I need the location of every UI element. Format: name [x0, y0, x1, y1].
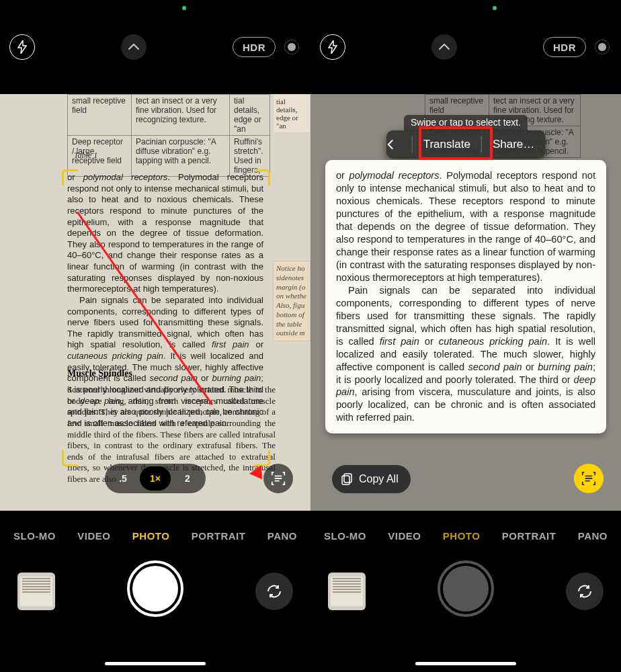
mode-slomo[interactable]: SLO-MO	[13, 530, 56, 542]
flash-button[interactable]	[9, 34, 35, 60]
mode-pano[interactable]: PANO	[267, 530, 297, 542]
live-text-button-active[interactable]	[574, 464, 604, 493]
mode-portrait[interactable]: PORTRAIT	[192, 530, 246, 542]
gallery-thumbnail[interactable]	[328, 573, 366, 610]
scan-corner-bl	[62, 450, 78, 466]
camera-privacy-dot	[493, 6, 497, 10]
mode-video[interactable]: VIDEO	[388, 530, 421, 542]
svg-rect-0	[344, 474, 351, 482]
table-caption: Table 1	[74, 151, 97, 161]
scanned-page[interactable]: small receptive fieldtect an insect or a…	[0, 94, 310, 511]
mode-video[interactable]: VIDEO	[77, 530, 110, 542]
scan-corner-br	[254, 450, 270, 466]
flip-camera-button[interactable]	[255, 573, 293, 610]
svg-rect-1	[342, 476, 349, 485]
chevron-up-button[interactable]	[431, 34, 457, 60]
section-heading: Muscle Spindles	[67, 368, 132, 379]
gallery-thumbnail[interactable]	[17, 573, 55, 610]
phone-left: HDR small receptive fieldtect an insect …	[0, 0, 310, 672]
copy-all-button[interactable]: Copy All	[332, 465, 411, 493]
hdr-button[interactable]: HDR	[543, 37, 586, 57]
flip-camera-icon	[576, 583, 593, 600]
home-indicator[interactable]	[105, 662, 206, 665]
flip-camera-icon	[265, 583, 283, 600]
chevron-left-icon	[386, 139, 395, 150]
shutter-button[interactable]	[127, 560, 183, 617]
flash-icon	[327, 40, 338, 54]
action-prev[interactable]	[386, 139, 412, 150]
viewfinder: small receptive fieldtect an insect or a…	[310, 94, 621, 511]
filters-off-icon[interactable]	[282, 38, 301, 56]
zoom-control[interactable]: .5 1× 2	[105, 464, 206, 493]
mode-photo-selected[interactable]: PHOTO	[132, 530, 170, 542]
bottom-controls	[0, 551, 310, 632]
bottom-controls	[310, 551, 621, 632]
live-text-icon	[581, 471, 596, 486]
filters-off-icon[interactable]	[593, 38, 612, 56]
phone-right: HDR small receptive fieldtect an insect …	[310, 0, 621, 672]
zoom-1x-selected[interactable]: 1×	[140, 466, 171, 491]
mode-slomo[interactable]: SLO-MO	[324, 530, 366, 542]
page-table: small receptive fieldtect an insect or a…	[67, 94, 270, 177]
live-text-button[interactable]	[263, 464, 293, 493]
camera-modes[interactable]: SLO-MO VIDEO PHOTO PORTRAIT PANO	[310, 524, 621, 547]
camera-topbar: HDR	[310, 34, 621, 60]
chevron-up-button[interactable]	[121, 34, 147, 60]
mode-portrait[interactable]: PORTRAIT	[502, 530, 556, 542]
shutter-button-disabled	[438, 560, 494, 617]
flash-icon	[17, 40, 28, 54]
mode-pano[interactable]: PANO	[578, 530, 608, 542]
chevron-up-icon	[439, 44, 450, 50]
viewfinder: small receptive fieldtect an insect or a…	[0, 94, 310, 511]
page-side-note-top: tial details, edge or "an	[273, 94, 310, 133]
scan-corner-tl	[62, 169, 78, 185]
zoom-2x[interactable]: 2	[172, 466, 203, 491]
annotation-highlight-translate	[419, 126, 493, 160]
zoom-0.5x[interactable]: .5	[108, 466, 138, 491]
live-text-icon	[271, 471, 286, 486]
copy-icon	[341, 473, 354, 485]
mode-photo-selected[interactable]: PHOTO	[443, 530, 481, 542]
scan-corner-tr	[254, 169, 270, 185]
camera-privacy-dot	[182, 6, 186, 10]
copy-all-label: Copy All	[359, 473, 399, 485]
page-side-note: Notice ho sidenotes margin (o on whethe …	[273, 261, 310, 341]
camera-modes[interactable]: SLO-MO VIDEO PHOTO PORTRAIT PANO	[0, 524, 310, 547]
chevron-up-icon	[128, 44, 139, 50]
flip-camera-button[interactable]	[566, 573, 604, 610]
hdr-button[interactable]: HDR	[233, 37, 276, 57]
recognized-text-card[interactable]: or polymodal receptors. Polymodal recept…	[325, 160, 606, 433]
camera-topbar: HDR	[0, 34, 310, 60]
home-indicator[interactable]	[415, 662, 516, 665]
flash-button[interactable]	[320, 34, 345, 60]
